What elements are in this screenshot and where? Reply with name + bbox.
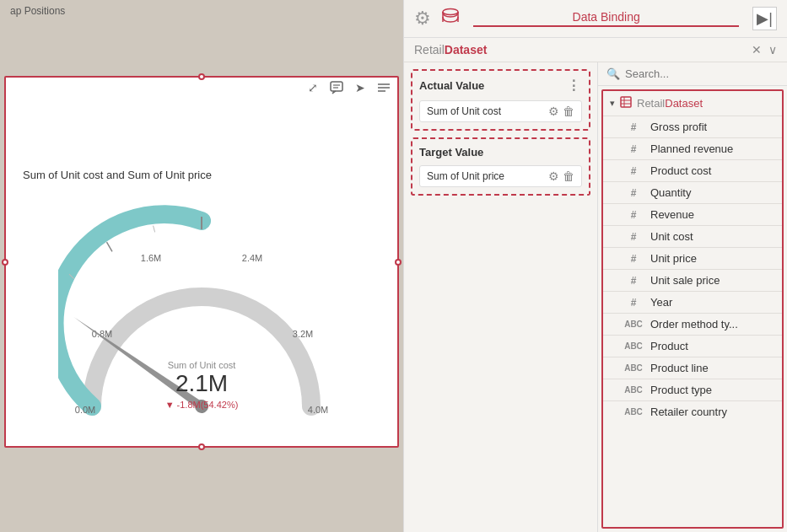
field-item[interactable]: ABCRetailer country [603,401,782,422]
toggle-icon: ▾ [610,98,615,109]
svg-rect-30 [621,97,631,107]
resize-handle-left[interactable] [2,259,8,266]
dataset-field-header[interactable]: ▾ RetailDataset [603,91,782,116]
header-icons: ⚙ [414,8,460,30]
svg-text:0.0M: 0.0M [75,405,95,415]
field-item[interactable]: #Year [603,292,782,313]
fields-list: ▾ RetailDataset #Gros [601,89,784,529]
target-value-pill[interactable]: Sum of Unit price ⚙ 🗑 [419,165,582,187]
table-icon [620,96,632,110]
field-item[interactable]: #Planned revenue [603,138,782,159]
fields-column: 🔍 ▾ Reta [598,62,787,532]
dataset-suffix: Dataset [445,43,488,56]
field-type-icon: # [623,121,644,133]
chart-toolbar: ⤢ ➤ [304,78,393,97]
field-type-icon: # [623,165,644,177]
actual-value-menu[interactable]: ⋮ [567,78,582,94]
resize-handle-top[interactable] [198,73,205,80]
field-name: Gross profit [650,121,707,133]
field-item[interactable]: #Quantity [603,182,782,203]
svg-text:4.0M: 4.0M [308,405,328,415]
field-name: Planned revenue [650,142,733,155]
search-row: 🔍 [598,62,787,86]
field-name: Unit price [650,252,697,265]
field-type-icon: # [623,275,644,287]
field-name: Revenue [650,208,694,221]
field-item[interactable]: #Unit sale price [603,270,782,291]
target-value-delete-icon[interactable]: 🗑 [563,169,574,183]
svg-point-27 [443,8,458,14]
field-item[interactable]: ABCProduct [603,336,782,357]
field-type-icon: ABC [623,363,644,373]
gauge-wrapper: 0.0M 0.8M 1.6M 2.4M 3.2M 4.0M Sum of Uni… [58,187,345,457]
svg-text:2.1M: 2.1M [175,370,228,396]
dataset-prefix: Retail [414,43,445,56]
actual-value-pill-icons: ⚙ 🗑 [548,105,574,118]
field-type-icon: # [623,297,644,309]
svg-line-4 [107,242,113,251]
close-dataset-icon[interactable]: ✕ [752,43,762,56]
svg-text:3.2M: 3.2M [293,329,313,339]
search-icon: 🔍 [606,67,620,80]
share-button[interactable]: ➤ [351,78,369,97]
field-name: Retailer country [650,406,727,418]
actual-value-settings-icon[interactable]: ⚙ [548,105,559,118]
field-item[interactable]: #Product cost [603,160,782,181]
field-type-icon: # [623,143,644,155]
field-name: Product [650,340,688,352]
dataset-actions: ✕ ∨ [752,43,777,56]
field-type-icon: # [623,187,644,199]
field-name: Unit sale price [650,274,720,287]
menu-button[interactable] [375,78,393,97]
database-icon[interactable] [441,8,460,30]
field-type-icon: ABC [623,320,644,329]
field-name: Order method ty... [650,318,738,330]
field-type-icon: ABC [623,407,644,416]
field-item[interactable]: ABCOrder method ty... [603,314,782,335]
field-type-icon: # [623,209,644,221]
target-value-settings-icon[interactable]: ⚙ [548,169,559,183]
chart-container: Sum of Unit cost and Sum of Unit price [4,76,399,448]
fields-container: #Gross profit#Planned revenue#Product co… [603,116,782,422]
search-input[interactable] [625,67,779,80]
right-panel: ⚙ Data Binding ▶| RetailDataset ✕ ∨ [403,0,787,532]
gauge-svg: 0.0M 0.8M 1.6M 2.4M 3.2M 4.0M Sum of Uni… [58,187,345,457]
field-name: Unit cost [650,230,693,243]
target-value-title: Target Value [419,146,582,159]
dataset-header-name: RetailDataset [637,97,703,110]
field-item[interactable]: #Unit price [603,248,782,269]
databinding-title: Data Binding [473,10,739,27]
actual-value-title: Actual Value ⋮ [419,78,582,94]
topbar-label: ap Positions [10,5,65,17]
target-value-pill-icons: ⚙ 🗑 [548,169,574,183]
field-name: Quantity [650,186,691,199]
databinding-header: ⚙ Data Binding ▶| [404,0,787,38]
field-type-icon: ABC [623,341,644,351]
expand-button[interactable]: ⤢ [304,78,322,97]
collapse-button[interactable]: ▶| [752,7,777,30]
field-type-icon: # [623,231,644,243]
dataset-label: RetailDataset [414,43,487,56]
settings-icon[interactable]: ⚙ [414,8,431,30]
svg-rect-0 [331,82,342,91]
field-name: Product type [650,384,712,396]
svg-text:▼ -1.8M(54.42%): ▼ -1.8M(54.42%) [165,400,239,410]
comment-button[interactable] [327,78,346,97]
field-name: Year [650,296,672,309]
expand-dataset-icon[interactable]: ∨ [768,43,777,56]
chart-title: Sum of Unit cost and Sum of Unit price [23,169,212,181]
resize-handle-right[interactable] [395,259,402,266]
actual-value-delete-icon[interactable]: 🗑 [563,105,574,118]
field-item[interactable]: #Revenue [603,204,782,225]
binding-column: Actual Value ⋮ Sum of Unit cost ⚙ 🗑 Targ… [404,62,598,532]
left-panel: ap Positions ⤢ ➤ Sum of Unit co [0,0,403,532]
field-name: Product line [650,362,709,374]
field-item[interactable]: #Unit cost [603,226,782,247]
field-item[interactable]: #Gross profit [603,116,782,137]
target-value-section: Target Value Sum of Unit price ⚙ 🗑 [411,137,590,196]
field-type-icon: ABC [623,385,644,395]
actual-value-pill[interactable]: Sum of Unit cost ⚙ 🗑 [419,100,582,122]
field-type-icon: # [623,253,644,265]
field-item[interactable]: ABCProduct line [603,357,782,379]
field-item[interactable]: ABCProduct type [603,379,782,400]
